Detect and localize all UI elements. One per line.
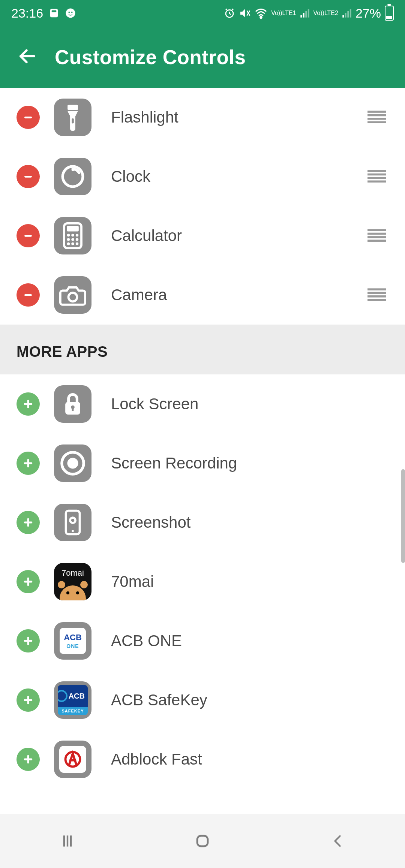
signal2-icon: [342, 8, 352, 18]
svg-point-46: [68, 293, 77, 301]
add-button[interactable]: [16, 452, 40, 475]
svg-point-63: [70, 518, 75, 523]
svg-rect-12: [345, 13, 346, 18]
control-row-flashlight: Flashlight: [0, 88, 405, 147]
add-button[interactable]: [16, 392, 40, 416]
lte1-icon: Vo))LTE1: [271, 10, 296, 16]
app-bar: Customize Controls: [0, 26, 405, 88]
svg-rect-11: [342, 15, 344, 18]
svg-point-24: [72, 169, 74, 171]
svg-rect-22: [24, 176, 32, 178]
remove-button[interactable]: [16, 165, 40, 188]
home-button[interactable]: [165, 832, 240, 850]
control-label: Clock: [106, 168, 353, 186]
svg-rect-55: [72, 408, 74, 411]
battery-icon: [385, 6, 394, 21]
acb-text2: ACB: [69, 692, 85, 700]
acb-safekey-app-icon: ACB SAFEKEY: [54, 681, 92, 719]
svg-point-64: [72, 530, 74, 532]
remove-button[interactable]: [16, 283, 40, 307]
svg-rect-26: [368, 174, 386, 175]
acb-one-sub: ONE: [66, 643, 79, 649]
svg-rect-47: [368, 288, 386, 290]
svg-rect-68: [24, 640, 33, 642]
control-label: Camera: [106, 286, 353, 304]
remove-button[interactable]: [16, 106, 40, 129]
svg-rect-20: [368, 118, 386, 120]
camera-icon: [54, 276, 92, 314]
scrollbar[interactable]: [401, 469, 405, 563]
drag-handle-icon[interactable]: [368, 168, 386, 185]
svg-point-33: [71, 234, 74, 236]
svg-point-36: [71, 238, 74, 241]
add-button[interactable]: [16, 570, 40, 593]
control-label: Calculator: [106, 227, 353, 245]
app-label: Lock Screen: [106, 395, 388, 413]
add-button[interactable]: [16, 629, 40, 652]
status-left: 23:16: [11, 6, 76, 21]
acb-one-app-icon: ACB ONE: [54, 622, 92, 660]
flashlight-icon: [54, 99, 92, 136]
svg-rect-48: [368, 292, 386, 294]
safekey-text: SAFEKEY: [58, 707, 88, 715]
lock-icon: [54, 385, 92, 423]
remove-button[interactable]: [16, 224, 40, 247]
svg-rect-70: [24, 699, 33, 701]
face-icon: [65, 7, 76, 19]
svg-rect-7: [300, 15, 302, 18]
section-header-more-apps: MORE APPS: [0, 325, 405, 374]
svg-rect-50: [368, 299, 386, 301]
svg-rect-77: [197, 836, 208, 846]
control-row-calculator: Calculator: [0, 206, 405, 265]
add-button[interactable]: [16, 511, 40, 534]
drag-handle-icon[interactable]: [368, 227, 386, 244]
svg-rect-8: [303, 13, 304, 18]
svg-rect-57: [24, 462, 33, 464]
svg-rect-10: [308, 9, 309, 18]
app-row-adblock-fast: Adblock Fast: [0, 730, 405, 789]
clock-icon: [54, 158, 92, 195]
svg-rect-42: [368, 233, 386, 235]
recents-button[interactable]: [30, 833, 105, 849]
70mai-text: 7omai: [54, 568, 92, 578]
back-nav-button[interactable]: [300, 833, 375, 849]
calculator-icon: [54, 217, 92, 254]
svg-rect-0: [50, 9, 58, 18]
control-row-clock: Clock: [0, 147, 405, 206]
svg-rect-13: [347, 11, 349, 18]
back-button[interactable]: [17, 46, 38, 68]
screenshot-icon: [54, 504, 92, 541]
svg-rect-15: [24, 117, 32, 118]
more-apps-list: Lock Screen Screen Recording Screenshot: [0, 374, 405, 789]
app-row-screen-recording: Screen Recording: [0, 434, 405, 493]
control-row-camera: Camera: [0, 265, 405, 325]
svg-point-34: [76, 234, 78, 236]
svg-rect-18: [368, 111, 386, 112]
mute-icon: [239, 7, 251, 19]
add-button[interactable]: [16, 748, 40, 771]
svg-point-3: [68, 12, 70, 13]
svg-rect-14: [350, 9, 351, 18]
app-label: ACB SafeKey: [106, 691, 388, 709]
svg-rect-9: [305, 11, 307, 18]
svg-rect-61: [24, 522, 33, 524]
adblock-app-icon: [54, 741, 92, 778]
svg-rect-1: [52, 10, 57, 12]
svg-rect-27: [368, 177, 386, 179]
add-button[interactable]: [16, 688, 40, 712]
lte2-icon: Vo))LTE2: [314, 10, 338, 16]
svg-rect-72: [24, 759, 33, 760]
svg-rect-17: [72, 118, 74, 124]
drag-handle-icon[interactable]: [368, 109, 386, 126]
app-label: Screen Recording: [106, 454, 388, 472]
svg-point-39: [71, 242, 74, 245]
svg-rect-44: [368, 240, 386, 242]
app-row-acb-one: ACB ONE ACB ONE: [0, 611, 405, 670]
svg-rect-43: [368, 236, 386, 238]
app-row-70mai: 7omai 70mai: [0, 552, 405, 611]
drag-handle-icon[interactable]: [368, 287, 386, 303]
svg-rect-21: [368, 121, 386, 123]
svg-rect-45: [24, 294, 32, 296]
wifi-icon: [255, 7, 267, 19]
svg-rect-52: [24, 403, 33, 405]
